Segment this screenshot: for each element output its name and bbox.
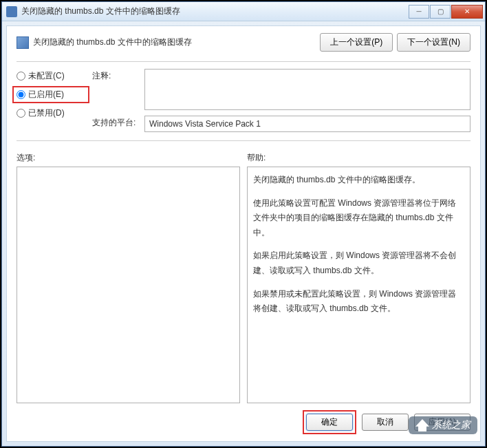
window-title: 关闭隐藏的 thumbs.db 文件中的缩略图缓存 [20, 6, 409, 17]
maximize-button[interactable]: ▢ [430, 5, 451, 19]
config-section: 未配置(C) 已启用(E) 已禁用(D) 注释: 支持的平台: [17, 69, 470, 132]
window-controls: ─ ▢ ✕ [409, 5, 484, 19]
ok-button[interactable]: 确定 [306, 414, 353, 431]
radio-not-configured[interactable]: 未配置(C) [17, 70, 85, 82]
radio-enabled-input[interactable] [17, 90, 25, 99]
next-setting-button[interactable]: 下一个设置(N) [397, 33, 470, 52]
help-text-1: 关闭隐藏的 thumbs.db 文件中的缩略图缓存。 [253, 173, 464, 188]
platform-row: 支持的平台: Windows Vista Service Pack 1 [92, 116, 470, 132]
previous-setting-button[interactable]: 上一个设置(P) [320, 33, 393, 52]
help-text-2: 使用此策略设置可配置 Windows 资源管理器将位于网络文件夹中的项目的缩略图… [253, 196, 464, 241]
radio-not-configured-input[interactable] [17, 72, 25, 81]
radio-enabled[interactable]: 已启用(E) [12, 86, 89, 103]
close-button[interactable]: ✕ [451, 5, 483, 19]
help-text-4: 如果禁用或未配置此策略设置，则 Windows 资源管理器将创建、读取或写入 t… [253, 287, 464, 317]
help-text-3: 如果启用此策略设置，则 Windows 资源管理器将不会创建、读取或写入 thu… [253, 248, 464, 278]
window-frame: 关闭隐藏的 thumbs.db 文件中的缩略图缓存 ─ ▢ ✕ 关闭隐藏的 th… [1, 1, 486, 447]
comment-textarea[interactable] [144, 69, 470, 110]
comment-label: 注释: [92, 69, 139, 110]
fields-column: 注释: 支持的平台: Windows Vista Service Pack 1 [92, 69, 470, 132]
house-icon [415, 419, 429, 431]
platform-value: Windows Vista Service Pack 1 [144, 116, 470, 132]
options-label: 选项: [17, 152, 240, 164]
lower-section: 选项: 帮助: 关闭隐藏的 thumbs.db 文件中的缩略图缓存。 使用此策略… [17, 152, 470, 403]
radio-disabled[interactable]: 已禁用(D) [17, 107, 85, 119]
help-panel: 关闭隐藏的 thumbs.db 文件中的缩略图缓存。 使用此策略设置可配置 Wi… [247, 167, 470, 403]
options-panel [17, 167, 240, 403]
titlebar: 关闭隐藏的 thumbs.db 文件中的缩略图缓存 ─ ▢ ✕ [2, 2, 485, 21]
options-column: 选项: [17, 152, 240, 403]
ok-highlight: 确定 [303, 410, 356, 434]
divider-2 [17, 140, 470, 141]
divider [17, 61, 470, 62]
platform-label: 支持的平台: [92, 116, 139, 132]
radio-disabled-label: 已禁用(D) [28, 107, 65, 119]
header-row: 关闭隐藏的 thumbs.db 文件中的缩略图缓存 上一个设置(P) 下一个设置… [17, 33, 470, 52]
watermark-text: 系统之家 [432, 419, 470, 431]
minimize-button[interactable]: ─ [409, 5, 429, 19]
cancel-button[interactable]: 取消 [362, 414, 409, 431]
nav-buttons: 上一个设置(P) 下一个设置(N) [320, 33, 470, 52]
content-area: 关闭隐藏的 thumbs.db 文件中的缩略图缓存 上一个设置(P) 下一个设置… [6, 25, 481, 442]
radio-enabled-label: 已启用(E) [28, 89, 64, 100]
policy-icon [17, 36, 29, 49]
help-column: 帮助: 关闭隐藏的 thumbs.db 文件中的缩略图缓存。 使用此策略设置可配… [247, 152, 470, 403]
help-label: 帮助: [247, 152, 470, 164]
radio-group: 未配置(C) 已启用(E) 已禁用(D) [17, 69, 85, 132]
watermark: 系统之家 [409, 416, 477, 434]
app-icon [6, 6, 17, 17]
radio-not-configured-label: 未配置(C) [28, 70, 65, 82]
radio-disabled-input[interactable] [17, 109, 25, 118]
comment-row: 注释: [92, 69, 470, 110]
policy-title: 关闭隐藏的 thumbs.db 文件中的缩略图缓存 [33, 36, 320, 48]
footer-row: 确定 取消 应用(A) [17, 410, 470, 434]
